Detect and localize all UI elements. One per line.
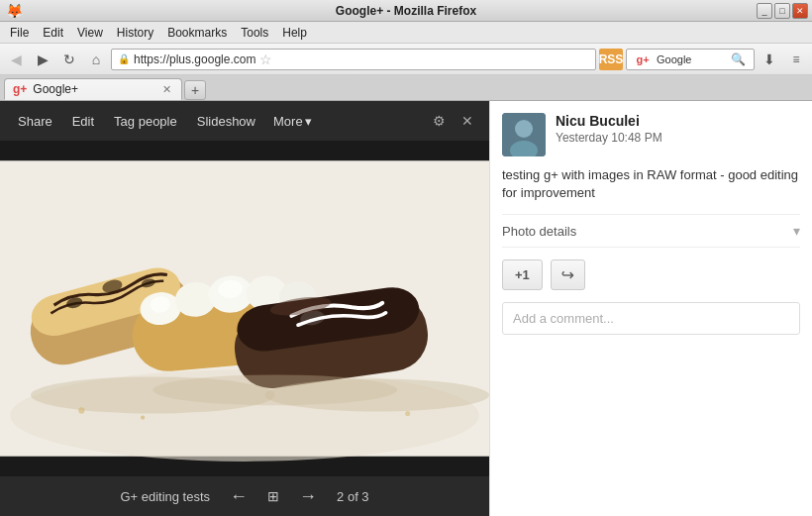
menu-help[interactable]: Help xyxy=(276,24,313,42)
new-tab-button[interactable]: + xyxy=(184,80,206,100)
photo-image xyxy=(0,141,489,476)
reload-button[interactable]: ↻ xyxy=(57,48,81,71)
close-button[interactable]: ✕ xyxy=(792,3,808,19)
title-bar: 🦊 Google+ - Mozilla Firefox _ □ ✕ xyxy=(0,0,812,22)
comment-input[interactable]: Add a comment... xyxy=(502,302,800,335)
address-bar[interactable]: 🔒 https://plus.google.com ☆ xyxy=(111,49,596,70)
user-name[interactable]: Nicu Buculei xyxy=(556,113,800,129)
search-input-text: Google xyxy=(657,53,724,65)
share-action-button[interactable]: ↩ xyxy=(551,259,585,290)
photo-counter: 2 of 3 xyxy=(337,489,369,504)
photo-details-label: Photo details xyxy=(502,224,576,239)
post-text: testing g+ with images in RAW format - g… xyxy=(502,166,800,202)
menu-file[interactable]: File xyxy=(4,24,35,42)
home-button[interactable]: ⌂ xyxy=(84,48,108,71)
menu-tools[interactable]: Tools xyxy=(235,24,274,42)
nav-bar: ◀ ▶ ↻ ⌂ 🔒 https://plus.google.com ☆ RSS … xyxy=(0,44,812,75)
photo-details-chevron-icon: ▾ xyxy=(793,223,800,239)
plus-one-button[interactable]: +1 xyxy=(502,259,543,290)
menu-bar: File Edit View History Bookmarks Tools H… xyxy=(0,22,812,44)
avatar-image xyxy=(502,113,546,156)
window-controls: _ □ ✕ xyxy=(757,3,808,19)
photo-display xyxy=(0,141,489,476)
photo-details-row[interactable]: Photo details ▾ xyxy=(502,214,800,248)
info-panel: Nicu Buculei Yesterday 10:48 PM testing … xyxy=(489,101,812,516)
menu-view[interactable]: View xyxy=(71,24,109,42)
photo-panel: Share Edit Tag people Slideshow More ▾ ⚙… xyxy=(0,101,489,516)
more-button[interactable]: More ▾ xyxy=(267,110,318,133)
tab-bar: g+ Google+ ✕ + xyxy=(0,75,812,101)
main-content: Share Edit Tag people Slideshow More ▾ ⚙… xyxy=(0,101,812,516)
menu-edit[interactable]: Edit xyxy=(37,24,69,42)
svg-point-21 xyxy=(265,379,489,412)
active-tab[interactable]: g+ Google+ ✕ xyxy=(4,78,182,100)
comment-placeholder: Add a comment... xyxy=(513,311,614,326)
share-icon: ↩ xyxy=(561,265,574,284)
svg-point-23 xyxy=(141,416,145,420)
tag-people-button[interactable]: Tag people xyxy=(106,110,185,133)
tab-favicon-icon: g+ xyxy=(13,82,27,96)
more-tools-button[interactable]: ≡ xyxy=(784,48,808,71)
gplus-toolbar: Share Edit Tag people Slideshow More ▾ ⚙… xyxy=(0,101,489,141)
lock-icon: 🔒 xyxy=(118,53,130,64)
grid-view-button[interactable]: ⊞ xyxy=(267,488,279,504)
menu-history[interactable]: History xyxy=(111,24,159,42)
window-title: Google+ - Mozilla Firefox xyxy=(336,4,476,18)
downloads-button[interactable]: ⬇ xyxy=(758,48,781,71)
firefox-logo: 🦊 xyxy=(6,3,23,19)
maximize-button[interactable]: □ xyxy=(774,3,790,19)
tab-close-button[interactable]: ✕ xyxy=(159,82,173,96)
svg-point-22 xyxy=(78,407,84,413)
gplus-search-icon: g+ xyxy=(631,49,655,70)
forward-button[interactable]: ▶ xyxy=(31,48,54,71)
search-submit-button[interactable]: 🔍 xyxy=(726,49,750,70)
slideshow-button[interactable]: Slideshow xyxy=(189,110,263,133)
next-photo-button[interactable]: → xyxy=(295,484,321,509)
avatar xyxy=(502,113,546,156)
user-row: Nicu Buculei Yesterday 10:48 PM xyxy=(502,113,800,156)
menu-bookmarks[interactable]: Bookmarks xyxy=(161,24,233,42)
close-photo-button[interactable]: ✕ xyxy=(456,109,479,133)
svg-point-26 xyxy=(515,120,533,138)
post-time: Yesterday 10:48 PM xyxy=(556,131,800,145)
user-info: Nicu Buculei Yesterday 10:48 PM xyxy=(556,113,800,145)
action-buttons: +1 ↩ xyxy=(502,259,800,290)
share-button[interactable]: Share xyxy=(10,110,60,133)
minimize-button[interactable]: _ xyxy=(757,3,772,19)
search-bar[interactable]: g+ Google 🔍 xyxy=(626,49,755,70)
tab-label: Google+ xyxy=(33,82,78,96)
bookmark-star-button[interactable]: ☆ xyxy=(255,49,275,70)
url-text: https://plus.google.com xyxy=(134,52,255,66)
prev-photo-button[interactable]: ← xyxy=(226,484,252,509)
album-label: G+ editing tests xyxy=(120,489,210,504)
edit-button[interactable]: Edit xyxy=(64,110,102,133)
svg-point-24 xyxy=(405,411,410,416)
photo-bottom-nav: G+ editing tests ← ⊞ → 2 of 3 xyxy=(0,476,489,516)
rss-button[interactable]: RSS xyxy=(599,49,623,70)
back-button[interactable]: ◀ xyxy=(4,48,28,71)
settings-icon-button[interactable]: ⚙ xyxy=(427,109,452,133)
